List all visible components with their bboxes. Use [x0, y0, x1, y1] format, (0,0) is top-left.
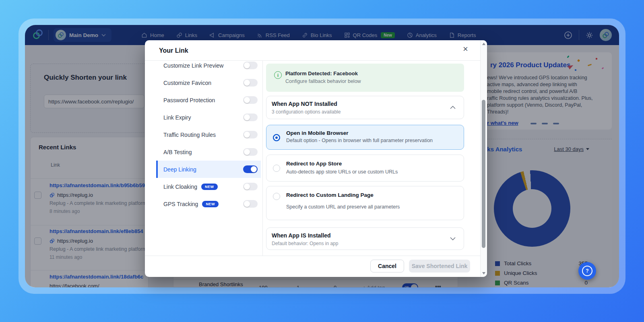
option-redirect-to-app-store[interactable]: Redirect to App Store Auto-detects app s… — [266, 155, 464, 182]
option-redirect-to-custom-landing-page[interactable]: Redirect to Custom Landing Page Specify … — [266, 186, 464, 220]
platform-detected-banner: i Platform Detected: Facebook Configure … — [266, 64, 464, 92]
feature-customize-link-preview[interactable]: Customize Link Preview — [156, 57, 261, 74]
radio-selected[interactable] — [273, 134, 280, 141]
feature-ab-testing[interactable]: A/B Testing — [156, 143, 261, 161]
scroll-down-arrow[interactable] — [482, 272, 485, 275]
toggle-off[interactable] — [243, 183, 258, 190]
toggle-off[interactable] — [243, 148, 258, 156]
feature-gps-tracking[interactable]: GPS Tracking NEW — [156, 195, 261, 213]
save-shortened-link-button[interactable]: Save Shortened Link — [409, 260, 470, 272]
close-icon[interactable]: × — [463, 45, 468, 54]
toggle-off[interactable] — [243, 79, 258, 87]
chevron-up-icon[interactable] — [450, 106, 456, 109]
toggle-on[interactable] — [243, 165, 258, 173]
toggle-off[interactable] — [243, 114, 258, 121]
when-app-not-installed-section[interactable]: When App NOT Installed 3 configuration o… — [266, 96, 464, 119]
cancel-button[interactable]: Cancel — [370, 260, 404, 272]
chevron-down-icon[interactable] — [450, 237, 456, 240]
toggle-off[interactable] — [243, 96, 258, 104]
scroll-up-arrow[interactable] — [482, 43, 485, 45]
modal-title: Your Link — [159, 47, 188, 54]
feature-link-expiry[interactable]: Link Expiry — [156, 109, 261, 126]
info-icon: i — [274, 71, 282, 79]
help-button[interactable]: ? — [578, 262, 596, 280]
option-open-in-mobile-browser[interactable]: Open in Mobile Browser Default option - … — [266, 125, 464, 150]
toggle-off[interactable] — [243, 62, 258, 69]
scrollbar-thumb[interactable] — [482, 100, 485, 248]
feature-traffic-routing-rules[interactable]: Traffic Routing Rules — [156, 126, 261, 143]
toggle-off[interactable] — [243, 131, 258, 138]
feature-password-protection[interactable]: Password Protection — [156, 91, 261, 109]
feature-link-cloaking[interactable]: Link Cloaking NEW — [156, 178, 261, 195]
question-mark-icon: ? — [582, 266, 592, 276]
toggle-off[interactable] — [243, 200, 258, 208]
when-app-is-installed-section[interactable]: When App IS Installed Default behavior: … — [266, 227, 464, 250]
banner-title: Platform Detected: Facebook — [285, 70, 358, 76]
feature-deep-linking[interactable]: Deep Linking — [156, 161, 261, 178]
modal-scrollbar[interactable] — [480, 40, 487, 277]
modal-footer-border — [145, 256, 481, 256]
modal-column-divider — [262, 61, 263, 256]
radio-unselected[interactable] — [273, 165, 280, 172]
banner-subtitle: Configure fallback behavior below — [285, 78, 361, 84]
your-link-modal: Your Link × Customize Link Preview Custo… — [145, 40, 487, 277]
new-badge: NEW — [201, 184, 218, 190]
radio-unselected[interactable] — [273, 193, 280, 200]
new-badge: NEW — [202, 201, 219, 207]
screen: Main Demo Home Links Campaigns — [0, 0, 644, 322]
feature-customize-favicon[interactable]: Customize Favicon — [156, 74, 261, 91]
